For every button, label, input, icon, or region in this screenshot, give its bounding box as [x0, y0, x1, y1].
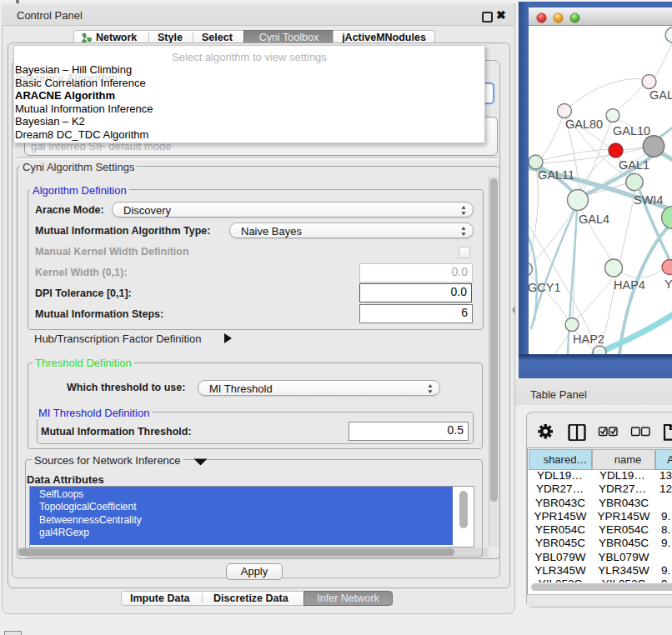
svg-text:GCY1: GCY1	[529, 281, 561, 294]
svg-text:GAL: GAL	[649, 88, 672, 102]
svg-text:GAL11: GAL11	[538, 168, 574, 182]
svg-text:GAL80: GAL80	[565, 118, 603, 131]
svg-text:GAL1: GAL1	[619, 158, 649, 172]
svg-text:Y: Y	[664, 278, 672, 291]
svg-text:GAL10: GAL10	[613, 124, 650, 138]
svg-text:SWI4: SWI4	[634, 193, 663, 207]
svg-text:GAL4: GAL4	[579, 212, 609, 226]
svg-text:HAP2: HAP2	[573, 332, 604, 346]
svg-text:HAP4: HAP4	[614, 278, 645, 292]
